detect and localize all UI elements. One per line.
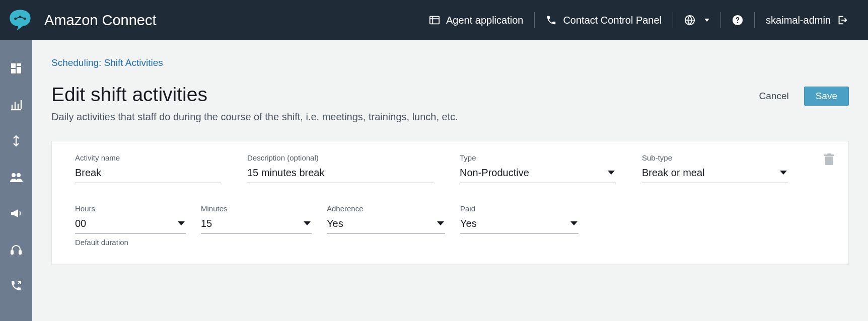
svg-rect-24 <box>825 156 833 165</box>
delete-activity-button[interactable] <box>824 153 835 167</box>
description-label: Description (optional) <box>247 153 433 162</box>
chevron-down-icon <box>437 221 444 225</box>
page-actions: Cancel Save <box>759 84 849 106</box>
adherence-label: Adherence <box>327 204 445 213</box>
paid-label: Paid <box>460 204 578 213</box>
brand-title: Amazon Connect <box>44 12 156 29</box>
paid-value: Yes <box>460 218 566 229</box>
language-selector[interactable] <box>673 9 720 31</box>
logout-icon <box>837 15 848 26</box>
top-bar: Amazon Connect Agent application Contact… <box>0 0 868 40</box>
paid-select[interactable]: Yes <box>460 216 578 234</box>
nav-dashboard-icon[interactable] <box>9 61 23 75</box>
nav-announcements-icon[interactable] <box>9 206 23 220</box>
svg-point-20 <box>12 173 16 177</box>
type-value: Non-Productive <box>460 167 604 179</box>
hours-helper: Default duration <box>75 238 186 247</box>
amazon-connect-logo-icon <box>5 7 35 34</box>
activity-name-input[interactable] <box>75 167 221 179</box>
main-content: Scheduling: Shift Activities Edit shift … <box>32 40 868 321</box>
chevron-down-icon <box>570 221 577 225</box>
page-header: Edit shift activities Daily activities t… <box>51 84 849 123</box>
chevron-down-icon <box>608 171 615 175</box>
contact-control-panel-link[interactable]: Contact Control Panel <box>535 9 673 31</box>
adherence-select[interactable]: Yes <box>327 216 445 234</box>
help-icon <box>732 15 743 26</box>
description-input-wrap[interactable] <box>247 165 433 183</box>
phone-icon <box>546 15 557 26</box>
svg-rect-10 <box>11 63 16 68</box>
chevron-down-icon <box>704 19 709 22</box>
minutes-label: Minutes <box>201 204 312 213</box>
svg-rect-22 <box>11 251 13 254</box>
hours-select[interactable]: 00 <box>75 216 186 234</box>
svg-rect-12 <box>17 67 21 73</box>
nav-users-icon[interactable] <box>9 170 23 184</box>
svg-rect-13 <box>11 69 16 73</box>
subtype-select[interactable]: Break or meal <box>642 165 788 183</box>
agent-application-link[interactable]: Agent application <box>418 9 534 31</box>
left-nav <box>0 40 32 321</box>
svg-point-9 <box>737 22 738 23</box>
subtype-label: Sub-type <box>642 153 788 162</box>
svg-rect-26 <box>827 153 831 155</box>
chevron-down-icon <box>780 171 787 175</box>
activity-name-input-wrap[interactable] <box>75 165 221 183</box>
globe-icon <box>684 15 695 26</box>
adherence-value: Yes <box>327 218 433 229</box>
chevron-down-icon <box>304 221 311 225</box>
minutes-select[interactable]: 15 <box>201 216 312 234</box>
type-field: Type Non-Productive <box>460 153 616 183</box>
hours-field: Hours 00 Default duration <box>75 204 186 247</box>
nav-metrics-icon[interactable] <box>9 98 23 112</box>
subtype-field: Sub-type Break or meal <box>642 153 788 183</box>
minutes-field: Minutes 15 <box>201 204 312 247</box>
description-field: Description (optional) <box>247 153 433 183</box>
brand-area: Amazon Connect <box>5 7 171 34</box>
svg-rect-23 <box>19 251 21 254</box>
activity-name-label: Activity name <box>75 153 221 162</box>
page-title: Edit shift activities <box>51 84 458 106</box>
agent-application-label: Agent application <box>446 15 523 26</box>
nav-headset-icon[interactable] <box>9 243 23 257</box>
svg-point-21 <box>17 173 21 177</box>
top-links: Agent application Contact Control Panel <box>418 0 859 40</box>
chevron-down-icon <box>178 221 185 225</box>
hours-label: Hours <box>75 204 186 213</box>
adherence-field: Adherence Yes <box>327 204 445 247</box>
activity-name-field: Activity name <box>75 153 221 183</box>
cancel-button[interactable]: Cancel <box>759 91 789 102</box>
breadcrumb[interactable]: Scheduling: Shift Activities <box>51 57 849 68</box>
description-input[interactable] <box>247 167 433 179</box>
svg-rect-3 <box>430 17 439 24</box>
username-label: skaimal-admin <box>766 15 831 26</box>
ccp-label: Contact Control Panel <box>563 15 662 26</box>
activity-card: Activity name Description (optional) Typ… <box>51 141 849 264</box>
hours-value: 00 <box>75 218 174 229</box>
type-select[interactable]: Non-Productive <box>460 165 616 183</box>
nav-routing-icon[interactable] <box>9 134 23 148</box>
type-label: Type <box>460 153 616 162</box>
agent-app-icon <box>429 15 440 26</box>
save-button[interactable]: Save <box>804 87 849 106</box>
subtype-value: Break or meal <box>642 167 776 179</box>
svg-rect-11 <box>17 63 21 66</box>
help-link[interactable] <box>721 9 754 31</box>
nav-phone-icon[interactable] <box>9 279 23 293</box>
user-menu[interactable]: skaimal-admin <box>755 9 859 31</box>
page-subtitle: Daily activities that staff do during th… <box>51 111 458 123</box>
paid-field: Paid Yes <box>460 204 578 247</box>
minutes-value: 15 <box>201 218 300 229</box>
